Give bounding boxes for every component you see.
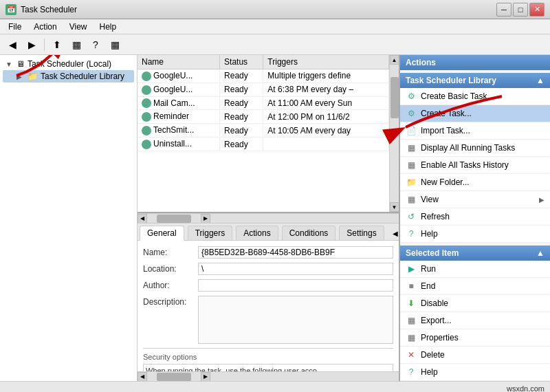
tab-actions[interactable]: Actions [236,226,278,240]
scroll-thumb[interactable] [390,77,399,118]
up-button[interactable]: ⬆ [49,37,65,52]
extra-button[interactable]: ▦ [107,37,123,52]
toolbar-separator [44,39,45,51]
help-button[interactable]: ? [87,37,104,52]
action-item[interactable]: ▶Run [400,261,550,278]
left-panel: ▼ 🖥 Task Scheduler (Local) ▶ 📁 Task Sche… [0,55,138,381]
scroll-up-arrow[interactable]: ▲ [390,55,399,65]
menu-file[interactable]: File [3,21,27,33]
action-item[interactable]: ✕Delete [400,347,550,364]
table-row[interactable]: GoogleU... Ready Multiple triggers defin… [138,69,389,83]
action-item[interactable]: ■End [400,278,550,295]
action-icon: ▦ [406,332,417,343]
description-value[interactable] [198,296,393,344]
action-item[interactable]: 📁New Folder... [400,174,550,191]
task-status-cell: Ready [220,138,263,151]
menu-view[interactable]: View [64,21,93,33]
view-button[interactable]: ▦ [68,37,85,52]
security-section: Security options When running the task, … [143,348,393,371]
main-content: ▼ 🖥 Task Scheduler (Local) ▶ 📁 Task Sche… [0,55,550,381]
status-text: wsxdn.com [507,384,544,393]
detail-hscroll[interactable]: ◀ ▶ [138,371,399,381]
table-row[interactable]: Uninstall... Ready [138,138,389,151]
close-button[interactable]: ✕ [529,3,544,17]
tab-scroll-left[interactable]: ◀ [387,226,399,240]
center-panel: Name Status Triggers GoogleU... Ready Mu… [138,55,399,381]
author-value[interactable] [198,279,393,292]
menu-bar: File Action View Help [0,19,550,34]
task-status-cell: Ready [220,69,263,83]
task-trigger-cell: At 11:00 AM every Sun [263,96,389,110]
scroll-down-arrow[interactable]: ▼ [390,202,399,212]
folder-icon: 📁 [28,72,38,81]
actions-header: Actions [400,55,550,70]
task-list-hscroll[interactable]: ◀ ▶ [138,213,399,223]
task-trigger-cell: Multiple triggers define [263,69,389,83]
table-row[interactable]: TechSmit... Ready At 10:05 AM every day [138,124,389,138]
tab-general[interactable]: General [140,226,184,241]
title-bar: 📅 Task Scheduler ─ □ ✕ [0,0,550,19]
action-icon: ▦ [406,194,417,205]
action-item[interactable]: ↺Refresh [400,208,550,226]
status-bar: wsxdn.com [0,381,550,392]
detail-content: Name: {8B5ED32B-B689-4458-8DB6-BB9F Loca… [138,241,399,371]
action-icon: ? [406,228,417,239]
task-name-cell: TechSmit... [138,124,220,138]
section-selected-collapse-icon: ▲ [536,248,544,258]
action-item[interactable]: ▦View▶ [400,191,550,208]
tab-conditions[interactable]: Conditions [282,226,336,240]
maximize-button[interactable]: □ [513,3,528,17]
forward-button[interactable]: ▶ [23,37,40,52]
action-item[interactable]: ?Help [400,226,550,243]
detail-scroll-right[interactable]: ▶ [201,372,210,382]
tree-expand-icon: ▼ [6,61,14,68]
toolbar: ◀ ▶ ⬆ ▦ ? ▦ [0,34,550,55]
name-value[interactable]: {8B5ED32B-B689-4458-8DB6-BB9F [198,246,393,259]
scroll-left-arrow[interactable]: ◀ [138,214,147,224]
field-description-row: Description: [143,296,393,344]
task-list-scrollbar[interactable]: ▲ ▼ [389,55,399,212]
window-controls[interactable]: ─ □ ✕ [496,3,544,17]
minimize-button[interactable]: ─ [496,3,512,17]
tree-item-library[interactable]: ▶ 📁 Task Scheduler Library [3,70,134,83]
action-item[interactable]: ⚙Create Basic Task... [400,88,550,105]
action-item[interactable]: ⚙Create Task... [400,105,550,122]
section-collapse-icon: ▲ [536,76,544,85]
action-label: Enable All Tasks History [421,160,509,170]
task-table: Name Status Triggers GoogleU... Ready Mu… [138,55,389,151]
task-status-cell: Ready [220,124,263,138]
app-icon: 📅 [6,4,16,15]
table-row[interactable]: GoogleU... Ready At 6:38 PM every day – [138,83,389,96]
action-icon: ↺ [406,211,417,222]
field-name-row: Name: {8B5ED32B-B689-4458-8DB6-BB9F [143,246,393,259]
action-item[interactable]: ⬇Disable [400,295,550,312]
action-label: Create Task... [421,109,472,118]
scroll-right-arrow[interactable]: ▶ [201,214,210,224]
section-selected-items: ▶Run■End⬇Disable▦Export...▦Properties✕De… [400,261,550,381]
action-item[interactable]: ▦Display All Running Tasks [400,140,550,157]
action-item[interactable]: ▦Export... [400,312,550,329]
action-item[interactable]: 📄Import Task... [400,122,550,140]
menu-help[interactable]: Help [94,21,122,33]
action-item[interactable]: ▦Enable All Tasks History [400,157,550,174]
tree-item-library-label: Task Scheduler Library [41,72,124,81]
action-item[interactable]: ▦Properties [400,329,550,347]
detail-scroll-left[interactable]: ◀ [138,372,147,382]
tree-expand-library: ▶ [16,73,25,80]
detail-scroll-thumb[interactable] [157,373,191,381]
tab-triggers[interactable]: Triggers [188,226,233,240]
tree-item-local[interactable]: ▼ 🖥 Task Scheduler (Local) [3,58,134,70]
action-item[interactable]: ?Help [400,364,550,381]
table-row[interactable]: Mail Cam... Ready At 11:00 AM every Sun [138,96,389,110]
app-title: Task Scheduler [21,5,77,14]
tab-settings[interactable]: Settings [339,226,384,240]
action-label: Export... [421,316,452,325]
scroll-h-thumb[interactable] [157,215,191,223]
action-label: Refresh [421,212,450,221]
action-label: Disable [421,298,448,308]
back-button[interactable]: ◀ [4,37,21,52]
title-bar-left: 📅 Task Scheduler [6,4,77,15]
location-value[interactable]: \ [198,263,393,275]
table-row[interactable]: Reminder Ready At 12:00 PM on 11/6/2 [138,110,389,124]
menu-action[interactable]: Action [28,21,62,33]
